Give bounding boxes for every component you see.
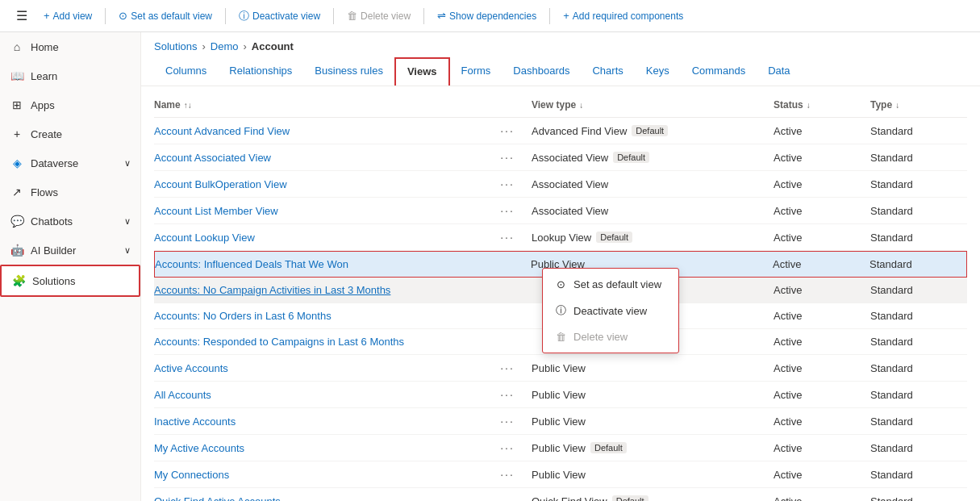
row-name[interactable]: Account Associated View	[154, 152, 483, 164]
default-icon: ⊙	[119, 10, 127, 22]
table-row[interactable]: Account List Member View···Associated Vi…	[154, 198, 967, 224]
set-default-button[interactable]: ⊙ Set as default view	[112, 6, 219, 25]
tab-data[interactable]: Data	[757, 58, 801, 85]
context-menu-icon: 🗑	[554, 331, 567, 343]
tab-dashboards[interactable]: Dashboards	[502, 58, 581, 85]
show-deps-button[interactable]: ⇌ Show dependencies	[431, 6, 543, 25]
hamburger-icon[interactable]: ☰	[10, 2, 34, 30]
table-row[interactable]: All Accounts···Public ViewActiveStandard	[154, 382, 967, 408]
default-badge: Default	[596, 232, 632, 243]
tab-charts[interactable]: Charts	[581, 58, 634, 85]
delete-button[interactable]: 🗑 Delete view	[340, 6, 417, 25]
row-more-options[interactable]: ···	[483, 388, 532, 401]
row-more-options[interactable]: ···	[483, 177, 532, 190]
add-required-button[interactable]: + Add required components	[557, 6, 690, 25]
row-more-options[interactable]: ···	[483, 441, 532, 454]
row-more-options[interactable]: ···	[483, 361, 532, 374]
row-more-options[interactable]: ···	[483, 231, 532, 244]
sidebar-item-chatbots[interactable]: 💬 Chatbots ∨	[0, 207, 140, 236]
row-status: Active	[774, 415, 870, 428]
sidebar-item-ai-builder[interactable]: 🤖 AI Builder ∨	[0, 236, 140, 265]
row-status: Active	[774, 284, 870, 296]
separator	[105, 8, 106, 24]
row-name[interactable]: All Accounts	[154, 389, 483, 401]
row-more-options[interactable]: ···	[483, 415, 532, 428]
table-row[interactable]: Active Accounts···Public ViewActiveStand…	[154, 355, 967, 382]
sidebar-item-flows[interactable]: ↗ Flows	[0, 177, 140, 207]
tab-nav: Columns Relationships Business rules Vie…	[141, 57, 980, 86]
table-row[interactable]: Account Advanced Find View···Advanced Fi…	[154, 118, 967, 144]
row-name[interactable]: Inactive Accounts	[154, 415, 483, 428]
content-area: Solutions › Demo › Account Columns Relat…	[141, 32, 980, 501]
sidebar-item-apps[interactable]: ⊞ Apps	[0, 90, 140, 119]
table-row[interactable]: Account Lookup View···Lookup ViewDefault…	[154, 224, 967, 251]
row-type-standard: Standard	[870, 310, 967, 322]
table-row[interactable]: My Active Accounts···Public ViewDefaultA…	[154, 435, 967, 461]
tab-views[interactable]: Views	[394, 57, 450, 86]
sidebar-item-learn[interactable]: 📖 Learn	[0, 61, 140, 90]
table-row[interactable]: Quick Find Active Accounts···Quick Find …	[154, 488, 967, 501]
sort-icon: ↑↓	[184, 101, 192, 110]
row-name[interactable]: Account BulkOperation View	[154, 178, 483, 190]
tab-business-rules[interactable]: Business rules	[303, 58, 394, 85]
col-viewtype[interactable]: View type ↓	[532, 99, 774, 111]
row-name[interactable]: Accounts: Influenced Deals That We Won	[155, 258, 482, 270]
row-name[interactable]: Active Accounts	[154, 362, 483, 374]
breadcrumb-demo[interactable]: Demo	[211, 40, 239, 52]
sidebar-item-home[interactable]: ⌂ Home	[0, 32, 140, 61]
col-name[interactable]: Name ↑↓	[154, 99, 483, 111]
deactivate-icon: ⓘ	[239, 9, 249, 23]
table-row[interactable]: Accounts: Influenced Deals That We WonPu…	[154, 251, 967, 278]
context-menu-item[interactable]: ⓘDeactivate view	[543, 297, 678, 324]
row-name[interactable]: Accounts: Responded to Campaigns in Last…	[154, 336, 483, 348]
row-view-type: Advanced Find ViewDefault	[532, 125, 774, 137]
row-name[interactable]: Account Lookup View	[154, 232, 483, 244]
tab-commands[interactable]: Commands	[681, 58, 757, 85]
row-type-standard: Standard	[870, 362, 967, 374]
deactivate-button[interactable]: ⓘ Deactivate view	[232, 6, 327, 27]
row-name[interactable]: Accounts: No Campaign Activities in Last…	[154, 284, 483, 296]
row-status: Active	[773, 258, 869, 270]
chatbots-icon: 💬	[10, 215, 24, 228]
row-name[interactable]: Account List Member View	[154, 205, 483, 217]
row-name[interactable]: My Active Accounts	[154, 442, 483, 454]
row-name[interactable]: Account Advanced Find View	[154, 125, 483, 137]
row-status: Active	[774, 178, 870, 190]
context-menu-item[interactable]: ⊙Set as default view	[543, 272, 678, 297]
default-badge: Default	[590, 442, 627, 453]
row-type-standard: Standard	[870, 284, 967, 296]
row-more-options[interactable]: ···	[483, 468, 532, 481]
row-status: Active	[774, 495, 870, 502]
row-status: Active	[774, 336, 870, 348]
sidebar-item-dataverse[interactable]: ◈ Dataverse ∨	[0, 148, 140, 177]
chevron-down-icon: ∨	[124, 158, 131, 169]
table-row[interactable]: Account Associated View···Associated Vie…	[154, 144, 967, 171]
row-name[interactable]: Accounts: No Orders in Last 6 Months	[154, 310, 483, 322]
row-type-standard: Standard	[870, 205, 967, 217]
tab-relationships[interactable]: Relationships	[218, 58, 303, 85]
sidebar-item-create[interactable]: + Create	[0, 119, 140, 148]
dataverse-icon: ◈	[10, 157, 24, 169]
row-more-options[interactable]: ···	[483, 151, 532, 164]
tab-forms[interactable]: Forms	[450, 58, 503, 85]
tab-keys[interactable]: Keys	[635, 58, 681, 85]
plus-icon: +	[44, 10, 50, 22]
table-row[interactable]: Account BulkOperation View···Associated …	[154, 171, 967, 198]
row-name[interactable]: Quick Find Active Accounts	[154, 495, 483, 502]
separator	[549, 8, 550, 24]
row-more-options[interactable]: ···	[483, 495, 532, 501]
row-type-standard: Standard	[870, 415, 967, 428]
tab-columns[interactable]: Columns	[154, 58, 218, 85]
row-more-options[interactable]: ···	[483, 124, 532, 137]
col-type[interactable]: Type ↓	[870, 99, 967, 111]
add-view-button[interactable]: + Add view	[37, 6, 98, 25]
col-status[interactable]: Status ↓	[774, 99, 870, 111]
row-status: Active	[774, 205, 870, 217]
breadcrumb-solutions[interactable]: Solutions	[154, 40, 197, 52]
table-row[interactable]: My Connections···Public ViewActiveStanda…	[154, 461, 967, 488]
table-rows: Account Advanced Find View···Advanced Fi…	[154, 118, 967, 501]
row-name[interactable]: My Connections	[154, 469, 483, 481]
row-more-options[interactable]: ···	[483, 204, 532, 217]
table-row[interactable]: Inactive Accounts···Public ViewActiveSta…	[154, 408, 967, 435]
sidebar-item-solutions[interactable]: 🧩 Solutions	[0, 265, 140, 297]
